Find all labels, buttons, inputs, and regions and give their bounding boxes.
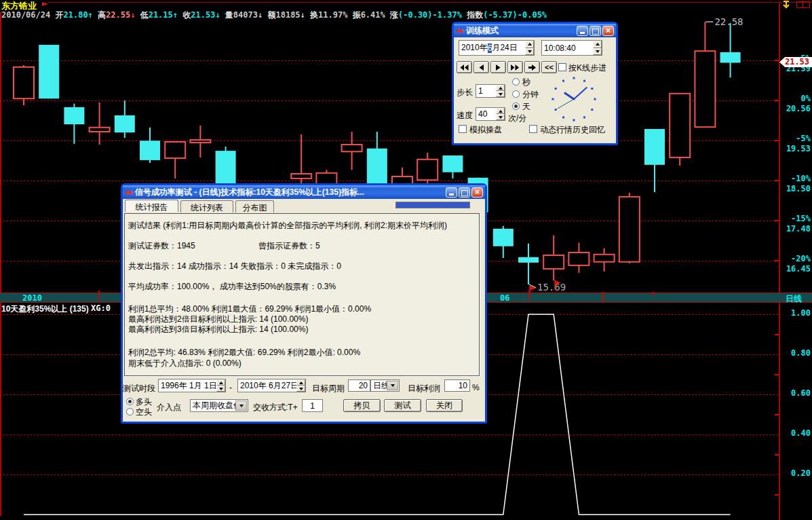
indicator-axis-label: 0.20 (791, 468, 811, 478)
fast-forward-button[interactable] (507, 61, 523, 73)
jump-end-button[interactable] (524, 61, 540, 73)
minimize-button[interactable] (446, 187, 457, 198)
radio-minute-label: 分钟 (522, 89, 539, 100)
time-spinner[interactable] (593, 41, 602, 55)
cycle-unit-combo[interactable]: 日线 (370, 379, 400, 392)
tab-distribution[interactable]: 分布图 (235, 200, 274, 212)
app-icon: ◆◆ (125, 189, 132, 196)
date-spinner[interactable] (525, 41, 534, 55)
fast-back-button[interactable]: << (541, 61, 557, 73)
indicator-xg-value: XG:0 (91, 303, 111, 313)
candle (619, 193, 640, 263)
to-date-spinner[interactable] (296, 379, 305, 392)
candle (39, 45, 59, 98)
price-axis-label: 20.56 (786, 104, 811, 113)
to-date-input[interactable]: 2010年 6月27日 (237, 379, 306, 392)
date-selected: 6 (488, 43, 492, 53)
report-line: 期末低于介入点指示: 0 (0.00%) (128, 358, 241, 369)
price-axis-label: 17.48 (786, 224, 811, 234)
indicator-axis-label: 1.00 (791, 308, 811, 318)
timeline-tick (602, 292, 604, 301)
speed-spinner[interactable] (496, 108, 505, 120)
profit-input[interactable]: 10 (444, 379, 470, 392)
step-back-button[interactable] (473, 61, 489, 73)
copy-button[interactable]: 拷贝 (343, 399, 381, 412)
simulate-checkbox[interactable] (459, 125, 467, 133)
report-line: 曾指示证券数：5 (258, 240, 320, 252)
candle (417, 153, 438, 185)
close-dialog-button[interactable]: 关闭 (426, 399, 463, 412)
kline-step-checkbox[interactable] (558, 63, 566, 71)
indicator-axis-label: 0.60 (791, 388, 811, 398)
time-text: 10:08:40 (544, 43, 576, 53)
radio-day[interactable] (512, 103, 520, 110)
radio-day-label: 天 (522, 101, 530, 113)
candle (165, 142, 185, 179)
timeline-month: 06 (500, 293, 509, 303)
maximize-button[interactable] (459, 187, 470, 198)
test-button[interactable]: 测试 (384, 399, 421, 412)
price-axis-label: 16.45 (786, 264, 811, 274)
candle (670, 94, 690, 166)
pct-axis-label: -10% (791, 174, 811, 183)
from-date-spinner[interactable] (216, 379, 225, 392)
pct-axis-label: -5% (796, 134, 811, 143)
minimize-button[interactable] (577, 26, 588, 36)
price-axis-label: 18.50 (786, 184, 811, 193)
candle (14, 65, 34, 105)
tdx-app: 东方锆业 2010/06/24 开21.80↑ 高22.55↓ 低21.15↑ … (0, 0, 812, 520)
report-line: 最高利润达到3倍目标利润以上指示: 14 (100.00%) (128, 324, 308, 335)
radio-short-label: 空头 (136, 407, 152, 418)
analog-clock (549, 74, 600, 124)
radio-long[interactable] (126, 398, 134, 405)
radio-short[interactable] (126, 408, 134, 415)
candle (720, 23, 741, 77)
candle (493, 226, 514, 258)
dropdown-arrow-icon[interactable] (235, 401, 247, 411)
radio-second[interactable] (512, 78, 520, 86)
dropdown-arrow-icon[interactable] (387, 381, 398, 390)
candle (568, 243, 589, 273)
dynamic-history-checkbox[interactable] (529, 125, 537, 133)
timeline-tick (653, 292, 654, 296)
report-line: 测试结果 (利润1:用目标周期内最高价计算的全部指示的平均利润, 利润2:期末价… (128, 220, 447, 231)
report-panel: 测试结果 (利润1:用目标周期内最高价计算的全部指示的平均利润, 利润2:期末价… (124, 213, 480, 376)
simulate-label: 模拟操盘 (469, 124, 502, 136)
entry-point-combo[interactable]: 本周期收盘价 (190, 399, 248, 412)
play-button[interactable] (490, 61, 506, 73)
price-axis-label: 19.53 (786, 144, 811, 153)
date-text2: 月24日 (492, 42, 517, 54)
radio-minute[interactable] (512, 90, 520, 98)
tab-list[interactable]: 统计列表 (180, 200, 233, 212)
indicator-title: 10天盈利35%以上 (135) (1, 303, 89, 315)
close-button[interactable] (602, 26, 614, 36)
report-line: 利润2总平均: 46.83% 利润2最大值: 69.29% 利润2最小值: 0.… (128, 347, 360, 358)
kline-step-label: 按K线步进 (568, 62, 606, 74)
dynamic-history-label: 动态行情历史回忆 (540, 124, 605, 136)
percent-label: % (472, 383, 480, 392)
from-date-input[interactable]: 1996年 1月 1日 (158, 379, 226, 392)
settle-input[interactable]: 1 (302, 399, 323, 412)
close-button[interactable] (471, 187, 483, 198)
indicator-axis-label: 0.40 (791, 428, 811, 438)
step-spinner[interactable] (496, 85, 505, 97)
target-profit-label: 目标利润 (408, 383, 440, 394)
test-period-label: 测试时段 (123, 383, 155, 394)
speed-unit-label: 次/分 (508, 113, 526, 124)
test-dialog-titlebar[interactable]: ◆◆ 信号成功率测试 - (日线)技术指标:10天盈利35%以上(135)指标.… (123, 185, 485, 199)
settle-mode-label: 交收方式:T+ (253, 402, 298, 413)
candle (90, 103, 110, 145)
timeline-tick (528, 291, 530, 300)
cycle-input[interactable]: 20 (348, 379, 370, 392)
report-line: 平均成功率：100.00%， 成功率达到50%的股票有：0.3% (128, 281, 336, 293)
rewind-button[interactable] (457, 61, 472, 73)
training-dialog-titlebar[interactable]: ◆◆ 训练模式 (454, 24, 616, 37)
candle (342, 132, 362, 170)
current-price-tag: 21.53 (779, 57, 812, 67)
maximize-button[interactable] (589, 26, 601, 36)
date-input[interactable]: 2010年 6月24日 (459, 40, 535, 56)
progress-bar (395, 202, 470, 208)
entry-point-label: 介入点 (157, 402, 181, 413)
candle (644, 129, 665, 192)
tab-report[interactable]: 统计报告 (125, 200, 178, 212)
